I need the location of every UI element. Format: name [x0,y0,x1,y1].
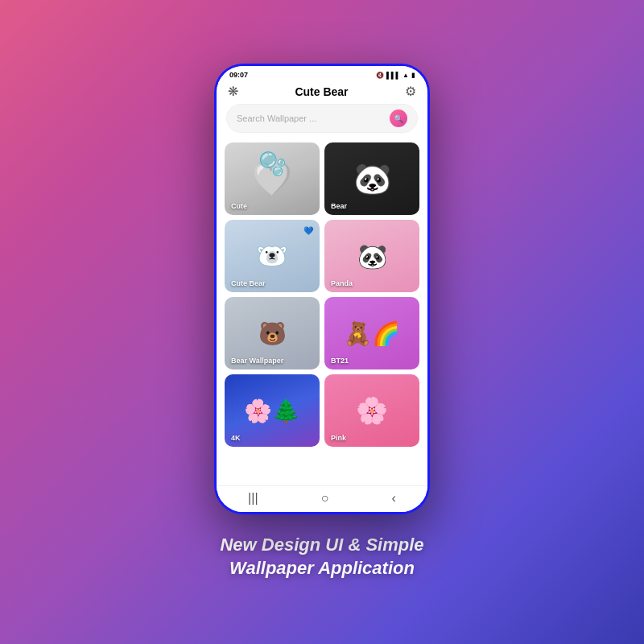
grid-container: 🤍 🫧 Cute 🐼 Bear [225,142,419,447]
status-time: 09:07 [229,71,248,79]
nav-bar: ||| ○ ‹ [217,485,427,512]
heart-decoration: 💙 [303,226,313,235]
grid-item-pink-label: Pink [331,434,346,442]
grid-item-panda-label: Panda [331,279,353,287]
search-input-wrapper[interactable]: Search Wallpaper ... 🔍 [226,104,418,133]
grid-item-cute-bear[interactable]: 🐻‍❄️ 💙 Cute Bear [225,220,320,292]
grid-item-bt21-label: BT21 [331,357,349,365]
grid-item-4k-label: 4K [231,434,241,442]
bottom-text-line1: New Design UI & Simple [220,534,423,557]
settings-icon[interactable]: ⚙ [405,84,416,99]
bear-emoji: 🐼 [353,161,391,196]
app-title: Cute Bear [295,85,348,98]
bottom-text-container: New Design UI & Simple Wallpaper Applica… [220,534,423,580]
cute-bear-emoji: 🐻‍❄️ [256,241,288,271]
grid-item-bear-wallpaper-label: Bear Wallpaper [231,357,283,365]
search-placeholder: Search Wallpaper ... [237,114,316,123]
apps-icon[interactable]: ❋ [228,84,238,99]
battery-icon: ▮ [411,72,415,79]
pink-flower-emoji: 🌸 [356,395,388,426]
sleeping-bear-emoji: 🐻 [258,320,287,347]
mute-icon: 🔇 [376,72,384,79]
grid-item-bear[interactable]: 🐼 Bear [324,142,419,215]
phone-frame: 09:07 🔇 ▌▌▌ ▲ ▮ ❋ Cute Bear ⚙ Search Wal… [214,64,430,514]
4k-emoji: 🌸🌲 [244,398,300,424]
phone-container: 09:07 🔇 ▌▌▌ ▲ ▮ ❋ Cute Bear ⚙ Search Wal… [214,0,430,644]
signal-bars: ▌▌▌ [386,72,400,79]
status-bar: 09:07 🔇 ▌▌▌ ▲ ▮ [217,66,427,80]
nav-menu-icon[interactable]: ||| [248,491,258,506]
nav-home-icon[interactable]: ○ [321,491,329,506]
wifi-icon: ▲ [402,72,409,79]
nav-back-icon[interactable]: ‹ [392,491,396,506]
app-header: ❋ Cute Bear ⚙ [217,80,427,104]
grid-item-cute[interactable]: 🤍 🫧 Cute [225,142,320,215]
bt21-emoji: 🧸🌈 [344,320,400,347]
grid-item-4k[interactable]: 🌸🌲 4K [225,374,320,447]
wallpaper-grid: 🤍 🫧 Cute 🐼 Bear [217,139,427,485]
status-icons: 🔇 ▌▌▌ ▲ ▮ [376,72,415,79]
bottom-text-line2: Wallpaper Application [220,557,423,580]
phone-screen: 09:07 🔇 ▌▌▌ ▲ ▮ ❋ Cute Bear ⚙ Search Wal… [217,66,427,512]
panda-emoji: 🐼 [357,242,387,270]
search-bar-container: Search Wallpaper ... 🔍 [217,104,427,139]
grid-item-panda[interactable]: 🐼 Panda [324,220,419,292]
grid-item-bear-label: Bear [331,202,347,210]
grid-item-cute-bear-label: Cute Bear [231,279,266,287]
grid-item-bear-wallpaper[interactable]: 🐻 Bear Wallpaper [225,297,320,369]
grid-item-pink[interactable]: 🌸 Pink [324,374,419,447]
grid-item-bt21[interactable]: 🧸🌈 BT21 [324,297,419,369]
grid-item-cute-label: Cute [231,202,247,210]
search-icon[interactable]: 🔍 [390,109,407,127]
